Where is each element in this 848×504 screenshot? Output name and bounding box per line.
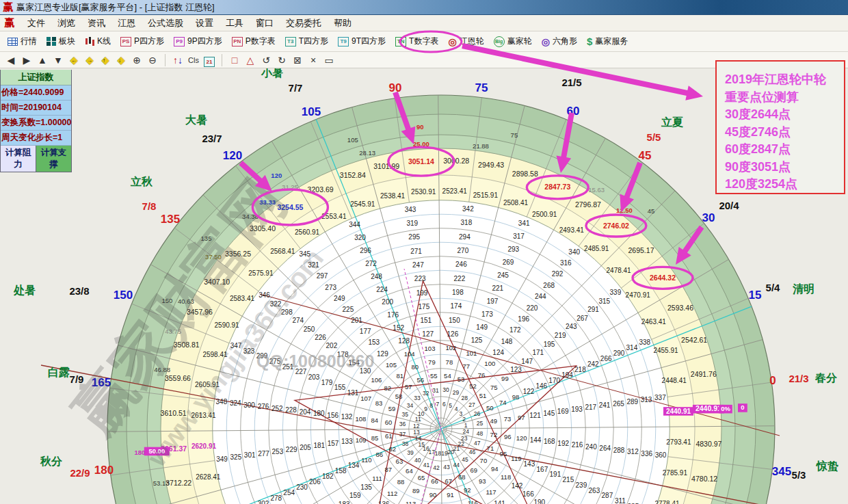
svg-text:32: 32 (423, 390, 429, 397)
monitor-icon[interactable]: ▭ (323, 53, 334, 67)
svg-text:169: 169 (557, 408, 569, 415)
annotation-line-1: 2019年江恩轮中轮 (725, 71, 837, 89)
svg-text:274: 274 (292, 317, 304, 324)
menu-item-1[interactable]: 文件 (21, 16, 51, 31)
menu-item-10[interactable]: 帮助 (328, 16, 358, 31)
svg-text:172: 172 (509, 326, 521, 334)
svg-text:191: 191 (550, 470, 561, 478)
svg-text:168: 168 (544, 438, 555, 445)
svg-text:58: 58 (395, 393, 403, 400)
svg-text:7/7: 7/7 (289, 82, 303, 94)
toolbar-button-T四方形[interactable]: T3T四方形 (282, 34, 332, 49)
diamond-down-icon[interactable]: ◆↓ (116, 53, 127, 67)
svg-text:34: 34 (407, 402, 414, 409)
svg-text:345: 345 (772, 465, 791, 478)
triangle-tool-icon[interactable]: △ (245, 53, 256, 67)
big-wheel-icon: Big (494, 36, 505, 47)
toolbar-button-六角形[interactable]: ◎六角形 (538, 34, 581, 49)
svg-text:239: 239 (576, 481, 587, 489)
close-box-icon[interactable]: ⊠ (292, 53, 303, 67)
menu-item-9[interactable]: 交易委托 (280, 16, 328, 31)
svg-text:53.13: 53.13 (153, 479, 170, 487)
svg-text:217: 217 (585, 403, 596, 411)
svg-text:8: 8 (429, 402, 433, 409)
price-updown-icon[interactable]: ↑↓ (172, 53, 183, 67)
svg-text:92: 92 (464, 486, 471, 494)
toolbar-button-赢家服务[interactable]: $赢家服务 (583, 34, 631, 49)
square-tool-icon[interactable]: □ (229, 53, 240, 67)
svg-text:59: 59 (388, 405, 396, 412)
svg-text:18: 18 (435, 450, 442, 457)
svg-text:3101.99: 3101.99 (373, 162, 399, 170)
svg-text:65: 65 (418, 474, 425, 481)
svg-text:320: 320 (354, 234, 366, 241)
toolbar-button-K线[interactable]: K线 (81, 34, 114, 49)
toolbar-button-板块[interactable]: 板块 (43, 34, 79, 49)
up-icon[interactable]: ▲ (37, 53, 48, 67)
menu-item-2[interactable]: 浏览 (51, 16, 81, 31)
svg-text:224: 224 (376, 286, 388, 293)
svg-text:45: 45 (648, 207, 655, 215)
svg-text:2785.91: 2785.91 (663, 469, 688, 477)
toolbar-button-P数字表[interactable]: PNP数字表 (228, 34, 279, 49)
svg-text:183: 183 (339, 501, 350, 504)
rotate-cw-icon[interactable]: ↻ (276, 53, 287, 67)
toolbar-button-9P四方形[interactable]: P99P四方形 (170, 34, 226, 49)
svg-text:0%: 0% (721, 405, 730, 412)
svg-text:51: 51 (479, 392, 487, 399)
svg-text:156: 156 (327, 412, 339, 419)
svg-text:133: 133 (341, 438, 353, 445)
svg-text:319: 319 (406, 220, 418, 227)
menu-item-8[interactable]: 窗口 (250, 16, 280, 31)
svg-text:54: 54 (444, 372, 451, 380)
calc-support-button[interactable]: 计算支撑 (36, 146, 71, 172)
zoom-in-icon[interactable]: ⊕ (131, 53, 142, 67)
toolbar-label: T数字表 (409, 36, 438, 47)
toolbar-button-江恩轮[interactable]: ◎江恩轮 (445, 34, 487, 49)
toolbar-button-T数字表[interactable]: TNT数字表 (392, 34, 442, 49)
menu-item-6[interactable]: 设置 (189, 16, 220, 31)
toolbar-label: 六角形 (553, 36, 577, 47)
menu-item-4[interactable]: 江恩 (111, 16, 142, 31)
svg-text:196: 196 (518, 315, 529, 323)
diamond-right-icon[interactable]: ◆→ (84, 53, 95, 67)
diamond-up-icon[interactable]: ◆↑ (100, 53, 111, 67)
svg-text:31: 31 (432, 387, 439, 394)
calendar-icon[interactable]: 21 (204, 53, 215, 67)
svg-text:73: 73 (504, 415, 512, 423)
back-icon[interactable]: ◀ (5, 53, 16, 67)
diamond-left-icon[interactable]: ◆← (68, 53, 79, 67)
menu-item-7[interactable]: 工具 (220, 16, 250, 31)
forward-icon[interactable]: ▶ (21, 53, 32, 67)
svg-text:27: 27 (468, 401, 475, 408)
toolbar-button-赢家轮[interactable]: Big赢家轮 (490, 34, 535, 49)
zoom-out-icon[interactable]: ⊖ (147, 53, 158, 67)
menu-item-3[interactable]: 资讯 (81, 16, 111, 31)
svg-text:35: 35 (401, 411, 408, 418)
svg-text:4780.12: 4780.12 (691, 475, 717, 483)
rotate-ccw-icon[interactable]: ↺ (261, 53, 271, 67)
svg-text:295: 295 (408, 233, 420, 241)
svg-text:2542.61: 2542.61 (681, 336, 707, 344)
svg-text:277: 277 (258, 450, 269, 457)
svg-text:242: 242 (587, 360, 599, 368)
toolbar-label: 9P四方形 (187, 36, 222, 47)
down-icon[interactable]: ▼ (53, 53, 64, 67)
svg-text:339: 339 (610, 289, 622, 296)
menu-item-5[interactable]: 公式选股 (142, 16, 189, 31)
svg-text:22/9: 22/9 (70, 467, 90, 479)
main-toolbar: 行情板块K线PSP四方形P99P四方形PNP数字表T3T四方形T99T四方形TN… (0, 31, 848, 52)
toolbar-button-P四方形[interactable]: PSP四方形 (117, 34, 168, 49)
svg-text:312: 312 (627, 448, 639, 455)
toolbar-button-行情[interactable]: 行情 (4, 34, 40, 49)
svg-text:104: 104 (404, 350, 415, 358)
dollar-icon: $ (587, 36, 592, 47)
svg-text:176: 176 (387, 311, 399, 319)
svg-text:24: 24 (462, 428, 469, 435)
svg-text:87: 87 (385, 466, 393, 473)
toolbar-button-9T四方形[interactable]: T99T四方形 (334, 34, 389, 49)
fit-screen-icon[interactable]: × (308, 53, 319, 67)
svg-text:105: 105 (386, 361, 397, 369)
calc-resistance-button[interactable]: 计算阻力 (1, 146, 36, 172)
cls-icon[interactable]: Cls (188, 53, 199, 67)
